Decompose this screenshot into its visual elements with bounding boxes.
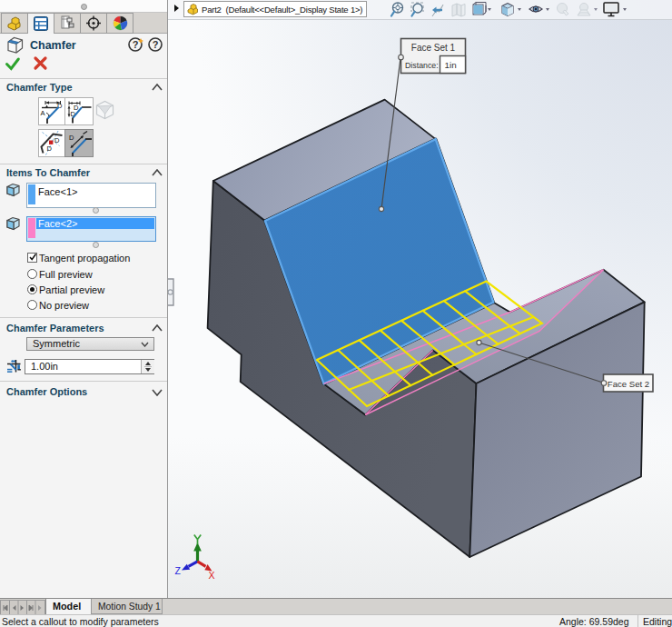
svg-text:1in: 1in — [445, 60, 457, 70]
svg-text:A: A — [41, 109, 45, 117]
svg-text:Distance:: Distance: — [405, 61, 439, 70]
svg-text:D: D — [69, 134, 74, 142]
svg-text:X: X — [209, 570, 215, 581]
svg-text:?: ? — [153, 39, 159, 50]
svg-text:Face Set 1: Face Set 1 — [411, 43, 456, 53]
svg-text:?: ? — [133, 39, 139, 50]
svg-text:D: D — [47, 144, 53, 153]
svg-text:D: D — [54, 136, 60, 144]
svg-text:Face Set 2: Face Set 2 — [608, 379, 649, 389]
svg-text:Z: Z — [175, 565, 182, 576]
